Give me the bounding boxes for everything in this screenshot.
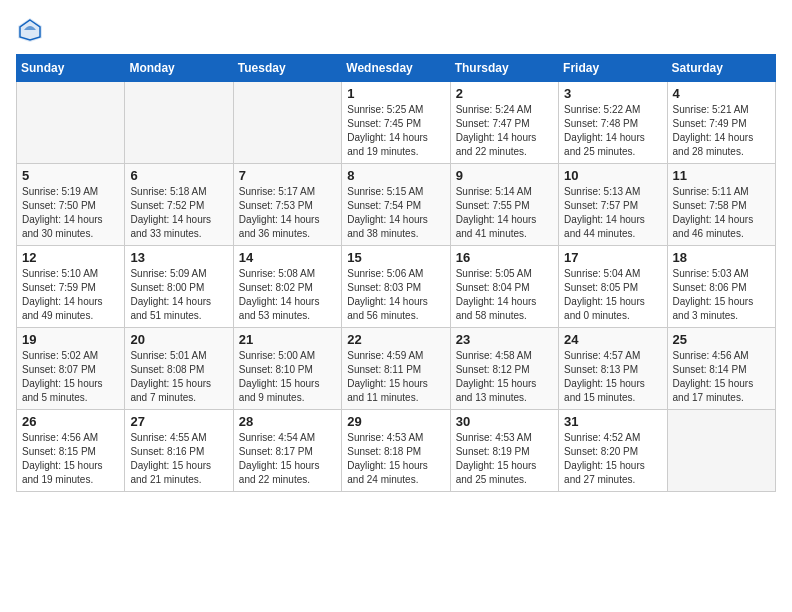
calendar-day-cell xyxy=(125,82,233,164)
logo xyxy=(16,16,48,44)
day-number: 15 xyxy=(347,250,444,265)
day-of-week-header: Sunday xyxy=(17,55,125,82)
day-info: Sunrise: 4:59 AM Sunset: 8:11 PM Dayligh… xyxy=(347,349,444,405)
day-info: Sunrise: 4:56 AM Sunset: 8:15 PM Dayligh… xyxy=(22,431,119,487)
day-number: 30 xyxy=(456,414,553,429)
day-info: Sunrise: 5:25 AM Sunset: 7:45 PM Dayligh… xyxy=(347,103,444,159)
calendar-day-cell: 27Sunrise: 4:55 AM Sunset: 8:16 PM Dayli… xyxy=(125,410,233,492)
day-info: Sunrise: 5:10 AM Sunset: 7:59 PM Dayligh… xyxy=(22,267,119,323)
calendar-day-cell: 1Sunrise: 5:25 AM Sunset: 7:45 PM Daylig… xyxy=(342,82,450,164)
day-info: Sunrise: 5:22 AM Sunset: 7:48 PM Dayligh… xyxy=(564,103,661,159)
calendar-week-row: 12Sunrise: 5:10 AM Sunset: 7:59 PM Dayli… xyxy=(17,246,776,328)
day-of-week-header: Friday xyxy=(559,55,667,82)
calendar-day-cell: 22Sunrise: 4:59 AM Sunset: 8:11 PM Dayli… xyxy=(342,328,450,410)
day-number: 3 xyxy=(564,86,661,101)
calendar-day-cell: 9Sunrise: 5:14 AM Sunset: 7:55 PM Daylig… xyxy=(450,164,558,246)
day-info: Sunrise: 5:19 AM Sunset: 7:50 PM Dayligh… xyxy=(22,185,119,241)
day-number: 22 xyxy=(347,332,444,347)
calendar-day-cell: 15Sunrise: 5:06 AM Sunset: 8:03 PM Dayli… xyxy=(342,246,450,328)
calendar-day-cell: 6Sunrise: 5:18 AM Sunset: 7:52 PM Daylig… xyxy=(125,164,233,246)
day-info: Sunrise: 5:08 AM Sunset: 8:02 PM Dayligh… xyxy=(239,267,336,323)
calendar-day-cell: 3Sunrise: 5:22 AM Sunset: 7:48 PM Daylig… xyxy=(559,82,667,164)
calendar-day-cell: 29Sunrise: 4:53 AM Sunset: 8:18 PM Dayli… xyxy=(342,410,450,492)
calendar-day-cell: 13Sunrise: 5:09 AM Sunset: 8:00 PM Dayli… xyxy=(125,246,233,328)
calendar-table: SundayMondayTuesdayWednesdayThursdayFrid… xyxy=(16,54,776,492)
day-info: Sunrise: 4:53 AM Sunset: 8:19 PM Dayligh… xyxy=(456,431,553,487)
day-number: 23 xyxy=(456,332,553,347)
day-number: 21 xyxy=(239,332,336,347)
day-number: 17 xyxy=(564,250,661,265)
calendar-day-cell: 11Sunrise: 5:11 AM Sunset: 7:58 PM Dayli… xyxy=(667,164,775,246)
day-number: 18 xyxy=(673,250,770,265)
day-info: Sunrise: 5:03 AM Sunset: 8:06 PM Dayligh… xyxy=(673,267,770,323)
calendar-day-cell: 17Sunrise: 5:04 AM Sunset: 8:05 PM Dayli… xyxy=(559,246,667,328)
day-info: Sunrise: 4:55 AM Sunset: 8:16 PM Dayligh… xyxy=(130,431,227,487)
day-number: 29 xyxy=(347,414,444,429)
day-number: 31 xyxy=(564,414,661,429)
calendar-day-cell: 25Sunrise: 4:56 AM Sunset: 8:14 PM Dayli… xyxy=(667,328,775,410)
day-number: 9 xyxy=(456,168,553,183)
day-number: 10 xyxy=(564,168,661,183)
calendar-day-cell: 24Sunrise: 4:57 AM Sunset: 8:13 PM Dayli… xyxy=(559,328,667,410)
day-number: 11 xyxy=(673,168,770,183)
day-info: Sunrise: 4:52 AM Sunset: 8:20 PM Dayligh… xyxy=(564,431,661,487)
calendar-day-cell: 4Sunrise: 5:21 AM Sunset: 7:49 PM Daylig… xyxy=(667,82,775,164)
day-number: 24 xyxy=(564,332,661,347)
day-number: 5 xyxy=(22,168,119,183)
day-info: Sunrise: 5:21 AM Sunset: 7:49 PM Dayligh… xyxy=(673,103,770,159)
day-number: 16 xyxy=(456,250,553,265)
calendar-day-cell xyxy=(17,82,125,164)
calendar-day-cell: 19Sunrise: 5:02 AM Sunset: 8:07 PM Dayli… xyxy=(17,328,125,410)
day-info: Sunrise: 5:14 AM Sunset: 7:55 PM Dayligh… xyxy=(456,185,553,241)
day-info: Sunrise: 5:09 AM Sunset: 8:00 PM Dayligh… xyxy=(130,267,227,323)
calendar-day-cell: 2Sunrise: 5:24 AM Sunset: 7:47 PM Daylig… xyxy=(450,82,558,164)
calendar-day-cell xyxy=(667,410,775,492)
calendar-day-cell: 14Sunrise: 5:08 AM Sunset: 8:02 PM Dayli… xyxy=(233,246,341,328)
day-number: 6 xyxy=(130,168,227,183)
calendar-day-cell xyxy=(233,82,341,164)
calendar-day-cell: 23Sunrise: 4:58 AM Sunset: 8:12 PM Dayli… xyxy=(450,328,558,410)
day-of-week-header: Tuesday xyxy=(233,55,341,82)
calendar-day-cell: 8Sunrise: 5:15 AM Sunset: 7:54 PM Daylig… xyxy=(342,164,450,246)
day-info: Sunrise: 5:04 AM Sunset: 8:05 PM Dayligh… xyxy=(564,267,661,323)
day-info: Sunrise: 5:24 AM Sunset: 7:47 PM Dayligh… xyxy=(456,103,553,159)
calendar-day-cell: 28Sunrise: 4:54 AM Sunset: 8:17 PM Dayli… xyxy=(233,410,341,492)
day-number: 26 xyxy=(22,414,119,429)
day-info: Sunrise: 4:58 AM Sunset: 8:12 PM Dayligh… xyxy=(456,349,553,405)
calendar-day-cell: 12Sunrise: 5:10 AM Sunset: 7:59 PM Dayli… xyxy=(17,246,125,328)
day-number: 28 xyxy=(239,414,336,429)
day-info: Sunrise: 5:02 AM Sunset: 8:07 PM Dayligh… xyxy=(22,349,119,405)
calendar-day-cell: 31Sunrise: 4:52 AM Sunset: 8:20 PM Dayli… xyxy=(559,410,667,492)
day-of-week-header: Saturday xyxy=(667,55,775,82)
calendar-day-cell: 21Sunrise: 5:00 AM Sunset: 8:10 PM Dayli… xyxy=(233,328,341,410)
day-info: Sunrise: 5:17 AM Sunset: 7:53 PM Dayligh… xyxy=(239,185,336,241)
day-info: Sunrise: 5:05 AM Sunset: 8:04 PM Dayligh… xyxy=(456,267,553,323)
calendar-day-cell: 30Sunrise: 4:53 AM Sunset: 8:19 PM Dayli… xyxy=(450,410,558,492)
day-number: 20 xyxy=(130,332,227,347)
day-info: Sunrise: 5:01 AM Sunset: 8:08 PM Dayligh… xyxy=(130,349,227,405)
calendar-day-cell: 5Sunrise: 5:19 AM Sunset: 7:50 PM Daylig… xyxy=(17,164,125,246)
day-info: Sunrise: 5:06 AM Sunset: 8:03 PM Dayligh… xyxy=(347,267,444,323)
page-header xyxy=(16,16,776,44)
day-info: Sunrise: 4:56 AM Sunset: 8:14 PM Dayligh… xyxy=(673,349,770,405)
calendar-week-row: 1Sunrise: 5:25 AM Sunset: 7:45 PM Daylig… xyxy=(17,82,776,164)
day-number: 2 xyxy=(456,86,553,101)
day-info: Sunrise: 5:18 AM Sunset: 7:52 PM Dayligh… xyxy=(130,185,227,241)
calendar-header-row: SundayMondayTuesdayWednesdayThursdayFrid… xyxy=(17,55,776,82)
day-number: 8 xyxy=(347,168,444,183)
calendar-day-cell: 26Sunrise: 4:56 AM Sunset: 8:15 PM Dayli… xyxy=(17,410,125,492)
day-info: Sunrise: 4:53 AM Sunset: 8:18 PM Dayligh… xyxy=(347,431,444,487)
calendar-day-cell: 18Sunrise: 5:03 AM Sunset: 8:06 PM Dayli… xyxy=(667,246,775,328)
calendar-day-cell: 16Sunrise: 5:05 AM Sunset: 8:04 PM Dayli… xyxy=(450,246,558,328)
day-info: Sunrise: 5:15 AM Sunset: 7:54 PM Dayligh… xyxy=(347,185,444,241)
day-number: 14 xyxy=(239,250,336,265)
day-number: 13 xyxy=(130,250,227,265)
day-info: Sunrise: 5:13 AM Sunset: 7:57 PM Dayligh… xyxy=(564,185,661,241)
logo-icon xyxy=(16,16,44,44)
day-number: 1 xyxy=(347,86,444,101)
calendar-day-cell: 20Sunrise: 5:01 AM Sunset: 8:08 PM Dayli… xyxy=(125,328,233,410)
day-info: Sunrise: 4:57 AM Sunset: 8:13 PM Dayligh… xyxy=(564,349,661,405)
calendar-week-row: 19Sunrise: 5:02 AM Sunset: 8:07 PM Dayli… xyxy=(17,328,776,410)
calendar-week-row: 26Sunrise: 4:56 AM Sunset: 8:15 PM Dayli… xyxy=(17,410,776,492)
day-number: 27 xyxy=(130,414,227,429)
